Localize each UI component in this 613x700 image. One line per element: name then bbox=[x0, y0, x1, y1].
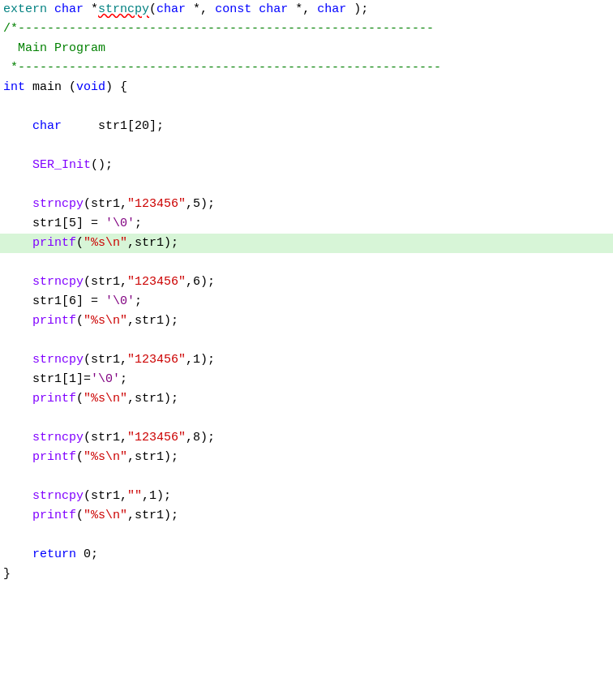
str-format4: "%s\n" bbox=[84, 450, 127, 464]
code-line: printf("%s\n",str1); bbox=[0, 389, 613, 409]
code-line: *---------------------------------------… bbox=[0, 58, 613, 78]
keyword-char2: char bbox=[156, 2, 186, 16]
fn-printf5: printf bbox=[32, 509, 76, 522]
code-line-blank bbox=[0, 331, 613, 350]
fn-strncpy5: strncpy bbox=[32, 489, 84, 503]
comment-open: /*--------------------------------------… bbox=[3, 22, 434, 36]
code-line-blank bbox=[0, 175, 613, 195]
code-line: char str1[20]; bbox=[0, 117, 613, 136]
str-format3: "%s\n" bbox=[84, 392, 127, 406]
str-format2: "%s\n" bbox=[84, 314, 127, 328]
keyword-char3: char bbox=[259, 2, 288, 16]
str-literal1: "123456" bbox=[127, 197, 186, 211]
fn-printf2: printf bbox=[32, 314, 76, 328]
code-line-blank bbox=[0, 467, 613, 487]
char-null1: '\0' bbox=[105, 217, 135, 230]
code-line: str1[1]='\0'; bbox=[0, 370, 613, 389]
code-line: /*--------------------------------------… bbox=[0, 19, 613, 39]
fn-strncpy4: strncpy bbox=[32, 431, 84, 444]
char-null2: '\0' bbox=[105, 294, 135, 308]
fn-strncpy2: strncpy bbox=[32, 275, 84, 289]
code-line: str1[6] = '\0'; bbox=[0, 292, 613, 311]
code-line-highlighted: printf("%s\n",str1); bbox=[0, 234, 613, 253]
keyword-char: char bbox=[54, 2, 84, 16]
keyword-char4: char bbox=[317, 2, 346, 16]
code-line: extern char *strncpy(char *, const char … bbox=[0, 0, 613, 19]
code-line-close-brace: } bbox=[0, 565, 613, 584]
code-line: int main (void) { bbox=[0, 78, 613, 97]
keyword-char5: char bbox=[32, 119, 62, 133]
code-line: str1[5] = '\0'; bbox=[0, 214, 613, 234]
fn-strncpy: strncpy bbox=[98, 2, 149, 16]
code-line: printf("%s\n",str1); bbox=[0, 448, 613, 467]
code-line: printf("%s\n",str1); bbox=[0, 311, 613, 331]
fn-strncpy1: strncpy bbox=[32, 197, 84, 211]
keyword-int: int bbox=[3, 80, 25, 94]
str-format5: "%s\n" bbox=[84, 509, 127, 522]
comment-main: Main Program bbox=[3, 41, 105, 55]
code-line-blank bbox=[0, 409, 613, 428]
code-line: strncpy(str1,"123456",1); bbox=[0, 350, 613, 370]
str-literal2: "123456" bbox=[127, 275, 186, 289]
fn-strncpy3: strncpy bbox=[32, 353, 84, 367]
code-line: strncpy(str1,"123456",8); bbox=[0, 428, 613, 448]
code-line-blank bbox=[0, 136, 613, 156]
code-line: SER_Init(); bbox=[0, 156, 613, 175]
code-editor: extern char *strncpy(char *, const char … bbox=[0, 0, 613, 700]
code-line-blank bbox=[0, 97, 613, 117]
code-line: strncpy(str1,"",1); bbox=[0, 487, 613, 506]
fn-printf3: printf bbox=[32, 392, 76, 406]
str-literal5: "" bbox=[127, 489, 142, 503]
fn-printf1: printf bbox=[32, 236, 76, 250]
char-null3: '\0' bbox=[91, 372, 120, 386]
code-line: printf("%s\n",str1); bbox=[0, 506, 613, 526]
str-literal4: "123456" bbox=[127, 431, 186, 444]
comment-close: *---------------------------------------… bbox=[3, 61, 441, 75]
str-literal3: "123456" bbox=[127, 353, 186, 367]
keyword-extern: extern bbox=[3, 2, 47, 16]
str-format1: "%s\n" bbox=[84, 236, 127, 250]
code-line: strncpy(str1,"123456",6); bbox=[0, 273, 613, 292]
fn-ser-init: SER_Init bbox=[32, 158, 91, 172]
code-line-blank bbox=[0, 526, 613, 545]
code-line: strncpy(str1,"123456",5); bbox=[0, 195, 613, 214]
code-line: Main Program bbox=[0, 39, 613, 58]
keyword-return: return bbox=[32, 548, 76, 561]
code-line: return 0; bbox=[0, 545, 613, 565]
fn-printf4: printf bbox=[32, 450, 76, 464]
code-line-blank bbox=[0, 253, 613, 273]
keyword-void: void bbox=[76, 80, 105, 94]
keyword-const: const bbox=[215, 2, 251, 16]
